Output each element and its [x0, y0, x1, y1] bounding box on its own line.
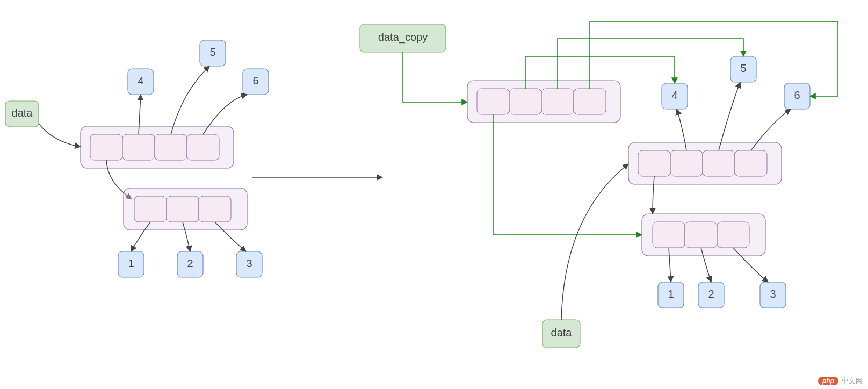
data-slot-2 — [703, 150, 735, 176]
arrow-slot-to-5 — [171, 66, 209, 134]
right-inner-slot-1 — [685, 222, 717, 248]
left-data-text: data — [12, 107, 33, 119]
left-num-2-text: 2 — [187, 257, 193, 269]
data-slot-1 — [670, 150, 703, 176]
right-num-2-text: 2 — [708, 288, 714, 300]
php-badge: php — [818, 377, 838, 385]
left-outer-slot-0 — [90, 134, 122, 160]
left-outer-slot-2 — [155, 134, 187, 160]
right-data-text: data — [551, 327, 573, 338]
copy-slot-1 — [509, 89, 541, 114]
copy-slot-0 — [477, 89, 509, 114]
arrow-data-to-list — [39, 124, 81, 147]
left-num-3-text: 3 — [246, 257, 252, 269]
left-outer-slot-3 — [187, 134, 219, 160]
arrow-datacopy-to-list — [403, 52, 467, 102]
d-slot2-to-5 — [719, 82, 740, 150]
copy-slot-2 — [541, 89, 574, 114]
right-num-4-text: 4 — [671, 89, 677, 101]
left-inner-slot-0 — [134, 196, 167, 222]
watermark: php 中文网 — [818, 376, 863, 386]
data-slot-3 — [735, 150, 767, 176]
right-num-5-text: 5 — [740, 62, 746, 74]
right-inner-slot-2 — [717, 222, 749, 248]
right-num-1-text: 1 — [668, 288, 674, 300]
right-num-6-text: 6 — [794, 89, 800, 101]
left-num-6-text: 6 — [252, 75, 258, 87]
left-num-5-text: 5 — [209, 46, 215, 58]
left-num-1-text: 1 — [128, 257, 134, 269]
left-outer-slot-1 — [122, 134, 155, 160]
right-inner-slot-0 — [653, 222, 685, 248]
watermark-text: 中文网 — [842, 376, 863, 386]
left-inner-slot-2 — [199, 196, 231, 222]
right-num-3-text: 3 — [770, 288, 776, 300]
left-inner-slot-1 — [167, 196, 199, 222]
g-slot0-to-inner — [493, 114, 642, 235]
arrow-data-to-outer — [561, 164, 628, 320]
right-datacopy-text: data_copy — [378, 31, 428, 44]
left-num-4-text: 4 — [138, 75, 143, 87]
data-slot-0 — [638, 150, 670, 176]
copy-slot-3 — [574, 89, 606, 114]
